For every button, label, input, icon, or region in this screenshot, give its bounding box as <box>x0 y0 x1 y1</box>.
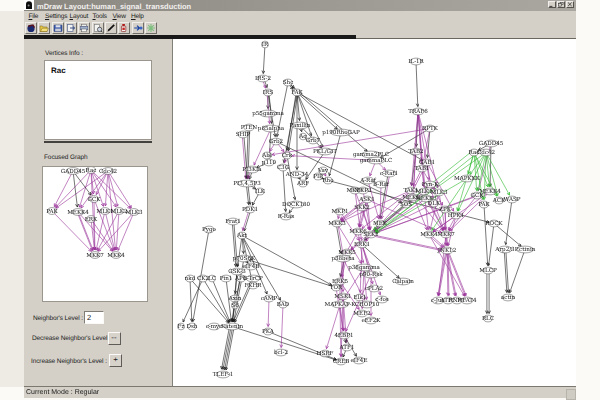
graph-node-c-raf1[interactable]: c-Raf1 <box>380 170 398 177</box>
graph-node-arp2-3[interactable]: Arp2/3 <box>494 246 515 253</box>
graph-node-dsh[interactable]: Dsh <box>187 323 198 330</box>
graph-node-pygo[interactable]: Pygo <box>202 226 217 233</box>
graph-node-p70s6k[interactable]: p70S6K <box>233 255 256 262</box>
graph-node-vav[interactable]: Vav <box>317 167 329 174</box>
decrease-level-button[interactable]: -- <box>108 332 121 345</box>
graph-node-fak[interactable]: FAK <box>291 89 303 96</box>
graph-node-sek1[interactable]: SEK1 <box>363 231 379 238</box>
menu-settings[interactable]: Settings <box>45 13 67 20</box>
graph-node-axin[interactable]: Axin <box>228 295 242 302</box>
graph-node-rho[interactable]: Rho <box>322 177 334 184</box>
graph-node-p190rhogap[interactable]: p190RhoGAP <box>322 129 360 136</box>
graph-node-pin1[interactable]: Pin1 <box>220 275 233 282</box>
restore-button[interactable] <box>557 1 565 8</box>
graph-node-ship[interactable]: SHIP <box>236 131 251 138</box>
tool-erase-button[interactable] <box>118 22 130 34</box>
focused-node-gadd45[interactable]: GADD45 <box>61 168 86 175</box>
focused-node-mkk4[interactable]: MKK4 <box>107 252 125 259</box>
graph-node-sos[interactable]: SOS <box>400 201 412 208</box>
tool-print-preview-button[interactable] <box>92 22 104 34</box>
focused-node-mlk3[interactable]: MLK3 <box>125 209 143 216</box>
graph-node-c3g[interactable]: C3G <box>277 164 290 171</box>
graph-node-skk2[interactable]: SKK2 <box>354 204 370 211</box>
graph-node-bcl-2[interactable]: bcl-2 <box>274 349 288 356</box>
resize-grip[interactable] <box>566 389 576 400</box>
graph-node-mlcp[interactable]: MLCP <box>479 267 497 274</box>
focused-node-mkk7[interactable]: MKK7 <box>86 252 104 259</box>
graph-node-pdk1[interactable]: PDK1 <box>242 206 258 213</box>
tool-new-button[interactable] <box>25 22 37 34</box>
graph-node-abl[interactable]: Abl <box>261 152 272 159</box>
menu-tools[interactable]: Tools <box>93 13 107 20</box>
tool-layout-refresh-button[interactable] <box>145 22 157 34</box>
graph-node-fz[interactable]: Fz <box>178 323 185 330</box>
graph-node-pka[interactable]: PKA <box>262 328 275 335</box>
graph-node-frat1[interactable]: Frat1 <box>225 218 241 225</box>
graph-node-mkk3[interactable]: MKK3 <box>328 220 346 227</box>
graph-node-and-34[interactable]: AND-34 <box>285 171 309 178</box>
graph-node-katenin[interactable]: Katenin <box>221 323 243 330</box>
graph-node-pi3-4-5p3[interactable]: PI3,4,5P3 <box>233 180 261 187</box>
graph-node-mlk3[interactable]: MLK3 <box>430 189 448 196</box>
graph-node-mkp3[interactable]: MKP3 <box>354 187 372 194</box>
graph-node-creb[interactable]: CREB <box>333 358 350 365</box>
graph-node-pi3kia[interactable]: PI3KIa <box>242 166 262 173</box>
tool-save-button[interactable] <box>52 22 64 34</box>
tool-print-button[interactable] <box>78 22 90 34</box>
graph-node-rock[interactable]: ROCK <box>485 220 503 227</box>
graph-node-dlk[interactable]: DLK <box>428 200 441 207</box>
graph-node-mek[interactable]: MEK <box>373 220 388 227</box>
graph-node-il-1r[interactable]: IL-1R <box>408 58 424 65</box>
menu-file[interactable]: File <box>29 13 39 20</box>
graph-node-p85alpha[interactable]: p85alpha <box>258 125 285 132</box>
focused-node-erk[interactable]: ERK <box>85 216 98 223</box>
tool-open-button[interactable] <box>38 22 50 34</box>
graph-canvas[interactable]: IRIRS-2ShcIRSFAKp55gammaPTENp85alphaPaxi… <box>172 39 576 387</box>
graph-node-tab1[interactable]: TAB1 <box>414 165 429 172</box>
focused-graph-box[interactable]: GADD45RacCdc42GCKPAKMEKK4MLK1MLK2MLK3ERK… <box>42 166 148 302</box>
graph-node-mkk7[interactable]: MKK7 <box>437 231 455 238</box>
graph-node-tab2[interactable]: TAB2 <box>408 148 424 155</box>
tool-export-button[interactable] <box>65 22 77 34</box>
vertices-info-box[interactable]: Rac <box>44 60 152 140</box>
graph-node-fkhr[interactable]: FKHR <box>244 282 262 289</box>
menu-view[interactable]: View <box>113 13 126 20</box>
focused-node-pak[interactable]: PAK <box>46 208 58 215</box>
graph-node-p55gamma[interactable]: p55gamma <box>252 110 284 117</box>
graph-node-rlc[interactable]: RLC <box>482 315 494 322</box>
graph-node-actin[interactable]: actin <box>501 294 516 301</box>
graph-node-gab1[interactable]: GAB1 <box>419 159 435 166</box>
menu-help[interactable]: Help <box>131 13 144 20</box>
graph-node-eef2k[interactable]: eEF2K <box>361 317 381 324</box>
graph-node-ir[interactable]: IR <box>262 41 269 48</box>
graph-node-p38beta[interactable]: p38beta <box>331 255 355 262</box>
graph-node-tlef-1[interactable]: TLEF-1 <box>213 371 234 378</box>
graph-node-pak[interactable]: PAK <box>478 201 490 208</box>
graph-node-msk1[interactable]: MSK1 <box>334 293 351 300</box>
graph-node-mapkap-k[interactable]: MAPKAP-K <box>324 301 356 308</box>
graph-node-grb7[interactable]: Grb7 <box>306 137 321 144</box>
graph-node-mekk4[interactable]: MEKK4 <box>479 188 501 195</box>
graph-node-wasp[interactable]: WASP <box>503 196 520 203</box>
graph-node-ask1[interactable]: ASK1 <box>358 196 375 203</box>
close-button[interactable] <box>566 1 574 8</box>
graph-node-chop10[interactable]: CHOP10 <box>355 301 380 308</box>
graph-node-fyn-k[interactable]: Fyn-K <box>422 181 440 188</box>
graph-node-shc[interactable]: Shc <box>283 79 294 86</box>
title-bar[interactable]: mDraw Layout:human_signal_transduction <box>24 0 576 11</box>
graph-node-gsk-3[interactable]: GSK-3 <box>228 268 246 275</box>
graph-node-nfat4[interactable]: NFAT4 <box>457 297 477 304</box>
graph-node-b-raf[interactable]: B-Raf <box>373 181 390 188</box>
graph-node-irs[interactable]: IRS <box>263 89 273 96</box>
graph-node-grb2[interactable]: Grb2 <box>269 138 284 145</box>
graph-node-akt[interactable]: Akt <box>236 232 247 239</box>
graph-node-p38gamma[interactable]: p38gamma <box>348 264 380 271</box>
graph-node-c-myc[interactable]: c-myc <box>206 323 223 330</box>
graph-node-p110[interactable]: p110 <box>262 159 277 166</box>
graph-node-pkl-git[interactable]: PKL/GIT <box>313 148 337 155</box>
graph-node-cdc42[interactable]: Cdc42 <box>477 149 496 156</box>
graph-node-p-ctinin[interactable]: P.ctinin <box>515 246 536 253</box>
graph-node-cpla2[interactable]: cPLA2 <box>365 285 384 292</box>
focused-node-mekk4[interactable]: MEKK4 <box>67 209 89 216</box>
graph-node-r-ras[interactable]: R-Ras <box>278 213 295 220</box>
